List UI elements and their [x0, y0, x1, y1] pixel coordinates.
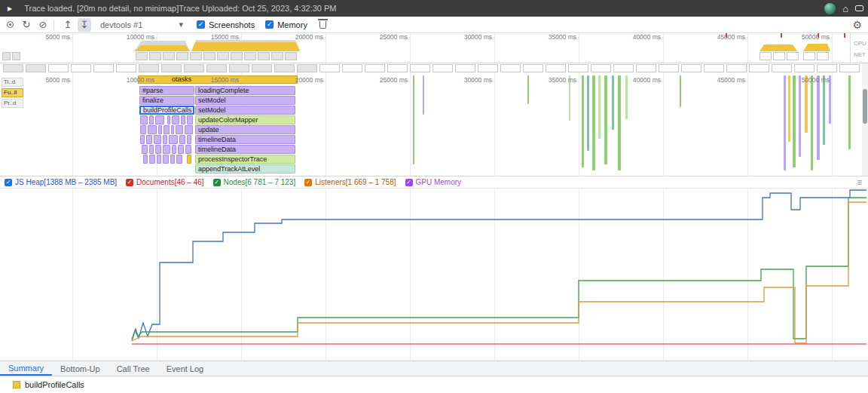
screenshot-thumbnail[interactable] [773, 52, 785, 60]
screenshot-thumbnail[interactable] [726, 64, 747, 72]
track-label-fu-ll[interactable]: Fu..ll [2, 88, 23, 97]
load-profile-button[interactable]: ↥ [61, 18, 75, 32]
flame-event[interactable] [848, 75, 851, 149]
flame-event[interactable] [784, 75, 786, 170]
screenshot-thumbnail[interactable] [817, 52, 829, 60]
flame-entry[interactable] [176, 125, 183, 134]
tab-summary[interactable]: Summary [0, 361, 52, 376]
flame-entry[interactable] [163, 145, 170, 154]
screenshot-thumbnail[interactable] [149, 52, 161, 60]
collect-garbage-icon[interactable] [319, 21, 326, 29]
reload-and-record-button[interactable]: ↻ [20, 18, 33, 32]
flame-event[interactable] [805, 75, 808, 133]
flame-entry-update[interactable]: update [195, 125, 295, 134]
flame-event[interactable] [793, 75, 796, 167]
flame-event[interactable] [413, 75, 414, 164]
track-label-pr-d[interactable]: Pr..d [2, 99, 23, 108]
flame-entry[interactable] [172, 145, 176, 154]
expand-arrow-icon[interactable]: ▶ [8, 5, 12, 12]
screenshot-thumbnail[interactable] [274, 64, 295, 72]
flame-entry[interactable] [140, 135, 145, 144]
flame-entry[interactable] [142, 145, 148, 154]
flame-event[interactable] [799, 75, 801, 157]
screenshot-thumbnail[interactable] [794, 64, 815, 72]
flame-entry-timelinedata[interactable]: timelineData [195, 135, 295, 144]
screenshot-thumbnail[interactable] [772, 64, 792, 72]
settings-gear-icon[interactable]: ⚙ [852, 19, 862, 31]
flame-entry[interactable] [140, 115, 148, 124]
home-icon[interactable]: ⌂ [842, 4, 848, 14]
counter-checkbox-nodes[interactable]: ✓ [213, 179, 221, 186]
flame-event[interactable] [587, 75, 589, 151]
flame-entry-processinspectortrace[interactable]: processInspectorTrace [195, 155, 295, 164]
screenshot-thumbnail[interactable] [760, 52, 772, 60]
counter-checkbox-gpu-memory[interactable]: ✓ [405, 179, 413, 186]
screenshot-thumbnail[interactable] [787, 52, 799, 60]
flame-event[interactable] [598, 75, 601, 139]
flame-entry[interactable] [163, 155, 169, 164]
flame-event[interactable] [604, 75, 607, 164]
flame-entry-setmodel[interactable]: setModel [195, 106, 295, 115]
screenshot-thumbnail[interactable] [203, 52, 215, 60]
flame-event[interactable] [823, 75, 825, 145]
screenshot-thumbnail[interactable] [244, 52, 256, 60]
screenshot-thumbnail[interactable] [48, 64, 69, 72]
flame-entry-finalize[interactable]: finalize [139, 96, 194, 105]
screenshot-thumbnail[interactable] [136, 52, 148, 60]
screenshot-thumbnail[interactable] [285, 52, 297, 60]
flame-entry-loadingcomplete[interactable]: loadingComplete [195, 86, 295, 95]
screenshot-thumbnail[interactable] [500, 64, 521, 72]
screenshot-thumbnail[interactable] [163, 52, 175, 60]
flame-entry-setmodel[interactable]: setModel [195, 96, 295, 105]
flame-entry[interactable] [185, 125, 193, 134]
history-select[interactable]: devtools #1 ▾ [97, 20, 186, 29]
flame-entry-timelinedata[interactable]: timelineData [195, 145, 295, 154]
flame-entry[interactable] [172, 115, 179, 124]
counter-checkbox-documents[interactable]: ✓ [126, 179, 133, 186]
tab-bottom-up[interactable]: Bottom-Up [52, 361, 108, 376]
save-profile-button[interactable]: ↧ [78, 18, 91, 32]
flame-entry[interactable] [146, 135, 152, 144]
counter-checkbox-listeners[interactable]: ✓ [304, 179, 312, 186]
screenshot-thumbnail[interactable] [252, 64, 272, 72]
screenshot-thumbnail[interactable] [271, 52, 283, 60]
flame-entry[interactable] [170, 155, 175, 164]
flame-entry[interactable] [157, 155, 161, 164]
screenshot-thumbnail[interactable] [12, 52, 20, 60]
screenshot-thumbnail[interactable] [176, 52, 188, 60]
screenshot-thumbnail[interactable] [749, 64, 769, 72]
screenshot-thumbnail[interactable] [3, 64, 23, 72]
flame-entry[interactable] [148, 125, 157, 134]
flame-entry[interactable] [167, 115, 170, 124]
screenshot-thumbnail[interactable] [319, 64, 340, 72]
scrollbar-thumb[interactable] [863, 89, 867, 124]
tab-event-log[interactable]: Event Log [158, 361, 212, 376]
screenshot-thumbnail[interactable] [229, 64, 249, 72]
flame-event[interactable] [592, 75, 595, 170]
screenshot-thumbnail[interactable] [591, 64, 611, 72]
flame-scrollbar[interactable] [862, 63, 868, 176]
screenshot-thumbnail[interactable] [161, 64, 182, 72]
screenshot-thumbnail[interactable] [365, 64, 385, 72]
screenshot-thumbnail[interactable] [839, 64, 860, 72]
screenshot-thumbnail[interactable] [71, 64, 91, 72]
screenshot-thumbnail[interactable] [523, 64, 543, 72]
flame-entry[interactable] [187, 115, 193, 124]
screenshot-thumbnail[interactable] [342, 64, 362, 72]
flame-entry[interactable] [140, 125, 146, 134]
screenshot-thumbnail[interactable] [432, 64, 453, 72]
tab-call-tree[interactable]: Call Tree [108, 361, 158, 376]
flame-event[interactable] [811, 75, 813, 170]
screenshot-thumbnail[interactable] [258, 52, 270, 60]
screenshot-thumbnail[interactable] [184, 64, 204, 72]
screenshot-thumbnail[interactable] [659, 64, 679, 72]
avatar[interactable] [824, 3, 836, 14]
flame-entry[interactable] [149, 115, 154, 124]
record-button[interactable] [3, 18, 17, 32]
overflow-menu-icon[interactable]: ≡ [857, 177, 862, 188]
flame-entry[interactable] [187, 155, 191, 164]
flame-event[interactable] [618, 75, 621, 170]
screenshot-thumbnail[interactable] [297, 64, 317, 72]
screenshot-thumbnail[interactable] [803, 52, 815, 60]
screenshot-thumbnail[interactable] [2, 52, 11, 60]
